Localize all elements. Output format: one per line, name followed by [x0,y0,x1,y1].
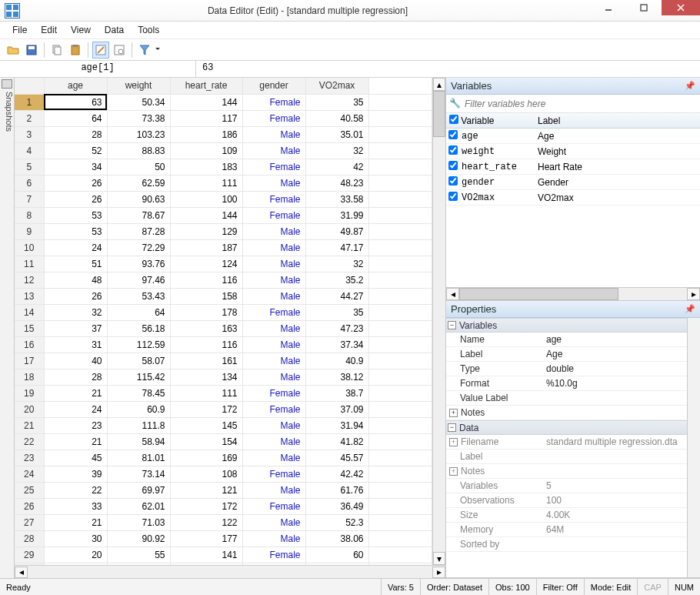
table-row[interactable]: 328103.23186Male35.01 [15,126,432,142]
menu-view[interactable]: View [65,23,97,37]
cell-gender[interactable]: Male [242,563,305,565]
row-number[interactable]: 11 [15,256,44,272]
table-row[interactable]: 263362.01172Female36.49 [15,498,432,514]
cell-heart-rate[interactable]: 129 [170,223,242,239]
wrench-icon[interactable]: 🔧 [449,98,462,110]
grid-horizontal-scrollbar[interactable]: ◂ ▸ [15,565,445,578]
row-number[interactable]: 4 [15,142,44,159]
cell-heart-rate[interactable]: 109 [170,142,242,159]
cell-reference-name[interactable]: age[1] [0,61,196,77]
properties-data-section[interactable]: −Data [446,420,687,435]
variable-row[interactable]: ageAge [446,129,700,144]
scroll-thumb[interactable] [433,91,445,137]
table-row[interactable]: 243973.14108Female42.42 [15,466,432,482]
cell-age[interactable]: 32 [44,304,107,320]
cell-heart-rate[interactable]: 177 [170,530,242,547]
prop-format[interactable]: Format%10.0g [446,376,687,391]
cell-heart-rate[interactable]: 100 [170,191,242,207]
cell-weight[interactable]: 71.03 [107,514,170,530]
cell-age[interactable]: 26 [44,191,107,207]
cell-vo2max[interactable]: 47.23 [305,320,368,336]
cell-gender[interactable]: Male [242,433,305,450]
cell-gender[interactable]: Female [242,110,305,126]
col-header-heart-rate[interactable]: heart_rate [170,78,242,94]
table-row[interactable]: 1631112.59116Male37.34 [15,336,432,353]
variable-checkbox[interactable] [448,145,458,155]
cell-heart-rate[interactable]: 144 [170,94,242,110]
row-number[interactable]: 13 [15,288,44,304]
cell-age[interactable]: 33 [44,498,107,514]
cell-vo2max[interactable]: 44.27 [305,288,368,304]
table-row[interactable]: 283090.92177Male38.06 [15,530,432,547]
prop-data-notes[interactable]: +Notes [446,464,687,479]
cell-gender[interactable]: Female [242,385,305,401]
table-row[interactable]: 26473.38117Female40.58 [15,110,432,126]
cell-weight[interactable]: 97.46 [107,272,170,288]
cell-weight[interactable]: 87.28 [107,223,170,239]
cell-weight[interactable]: 93.76 [107,256,170,272]
table-row[interactable]: 45288.83109Male32 [15,142,432,159]
cell-vo2max[interactable]: 32 [305,142,368,159]
cell-vo2max[interactable]: 60 [305,547,368,563]
cell-heart-rate[interactable]: 111 [170,175,242,191]
cell-vo2max[interactable]: 38.06 [305,530,368,547]
cell-age[interactable]: 28 [44,369,107,385]
cell-heart-rate[interactable]: 186 [170,126,242,142]
row-number[interactable]: 25 [15,482,44,498]
table-row[interactable]: 102472.29187Male47.17 [15,239,432,256]
properties-variables-section[interactable]: −Variables [446,318,687,333]
prop-name[interactable]: Nameage [446,333,687,347]
cell-gender[interactable]: Male [242,126,305,142]
prop-data-label[interactable]: Label [446,450,687,464]
variable-row[interactable]: genderGender [446,175,700,190]
cell-vo2max[interactable]: 33.58 [305,191,368,207]
cell-age[interactable]: 40 [44,353,107,369]
cell-gender[interactable]: Male [242,272,305,288]
row-number[interactable]: 21 [15,417,44,433]
cell-vo2max[interactable]: 41.82 [305,433,368,450]
cell-age[interactable]: 26 [44,288,107,304]
cell-gender[interactable]: Female [242,191,305,207]
row-number[interactable]: 27 [15,514,44,530]
cell-gender[interactable]: Female [242,94,305,110]
cell-weight[interactable]: 90.63 [107,191,170,207]
table-row[interactable]: 174058.07161Male40.9 [15,353,432,369]
cell-heart-rate[interactable]: 108 [170,466,242,482]
cell-age[interactable]: 24 [44,239,107,256]
cell-age[interactable]: 32 [44,563,107,565]
table-row[interactable]: 234581.01169Male45.57 [15,450,432,466]
cell-weight[interactable]: 72.29 [107,239,170,256]
row-number[interactable]: 6 [15,175,44,191]
cell-age[interactable]: 64 [44,110,107,126]
cell-vo2max[interactable]: 32 [305,256,368,272]
save-icon[interactable] [23,42,40,58]
filter-icon[interactable] [136,42,153,58]
cell-gender[interactable]: Female [242,159,305,175]
table-row[interactable]: 62662.59111Male48.23 [15,175,432,191]
table-row[interactable]: 72690.63100Female33.58 [15,191,432,207]
cell-weight[interactable]: 60.9 [107,401,170,417]
col-header-weight[interactable]: weight [107,78,170,94]
cell-heart-rate[interactable]: 183 [170,159,242,175]
row-number[interactable]: 14 [15,304,44,320]
table-row[interactable]: 272171.03122Male52.3 [15,514,432,530]
row-number[interactable]: 28 [15,530,44,547]
variable-row[interactable]: heart_rateHeart Rate [446,159,700,175]
table-row[interactable]: 292055141Female60 [15,547,432,563]
variable-row[interactable]: weightWeight [446,144,700,159]
cell-vo2max[interactable]: 37.09 [305,401,368,417]
scroll-left-icon[interactable]: ◂ [446,288,459,300]
cell-reference-value[interactable]: 63 [196,61,700,77]
close-button[interactable] [662,0,700,15]
scroll-thumb[interactable] [459,288,618,300]
cell-vo2max[interactable]: 35.2 [305,272,368,288]
cell-vo2max[interactable]: 45.57 [305,450,368,466]
cell-heart-rate[interactable]: 121 [170,482,242,498]
cell-age[interactable]: 51 [44,256,107,272]
open-icon[interactable] [5,42,22,58]
cell-vo2max[interactable]: 35 [305,304,368,320]
cell-heart-rate[interactable]: 187 [170,239,242,256]
cell-vo2max[interactable]: 37.34 [305,336,368,353]
cell-heart-rate[interactable]: 172 [170,498,242,514]
cell-weight[interactable]: 73.38 [107,110,170,126]
